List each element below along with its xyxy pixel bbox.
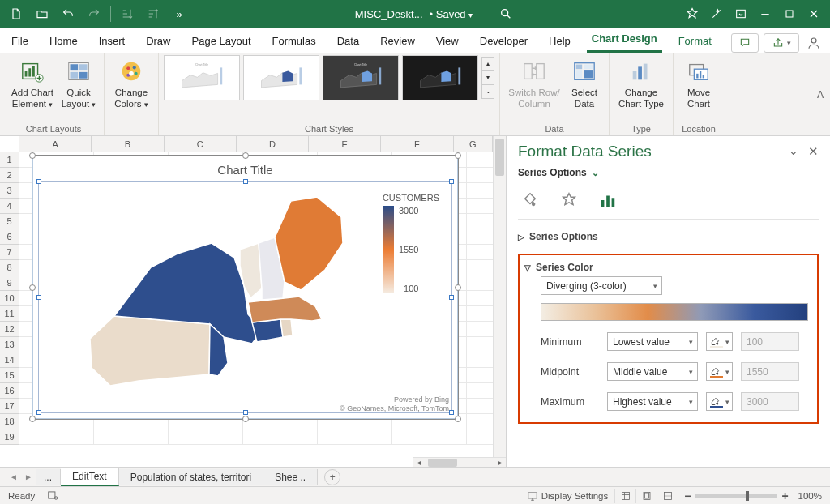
account-icon[interactable] [804, 36, 824, 50]
display-settings-button[interactable]: Display Settings [527, 490, 608, 502]
sheet-tab[interactable]: EditText [61, 468, 119, 486]
premium-icon[interactable] [681, 2, 704, 25]
max-value-input[interactable]: 3000 [741, 392, 799, 411]
effects-tab-icon[interactable] [557, 190, 581, 211]
chart-style-3[interactable]: Chart Title [323, 55, 399, 100]
tab-draw[interactable]: Draw [141, 29, 175, 53]
tab-developer[interactable]: Developer [475, 29, 533, 53]
wand-icon[interactable] [705, 2, 728, 25]
max-combo[interactable]: Highest value [607, 392, 698, 411]
series-options-tab-icon[interactable] [596, 190, 620, 211]
row-head[interactable]: 19 [0, 429, 19, 445]
min-combo[interactable]: Lowest value [607, 332, 698, 351]
row-head[interactable]: 12 [0, 322, 19, 337]
chart-legend[interactable]: CUSTOMERS 3000 1550 100 [383, 193, 439, 293]
new-file-icon[interactable] [5, 2, 28, 25]
share-button[interactable]: ▾ [764, 33, 799, 53]
tab-nav-prev[interactable]: ◄ [6, 472, 21, 481]
tab-help[interactable]: Help [544, 29, 575, 53]
row-head[interactable]: 7 [0, 245, 19, 260]
view-normal-icon[interactable] [614, 489, 635, 503]
row-head[interactable]: 14 [0, 352, 19, 368]
view-page-break-icon[interactable] [657, 489, 678, 503]
vertical-scrollbar[interactable] [493, 136, 506, 457]
row-head[interactable]: 17 [0, 399, 19, 414]
change-colors-button[interactable]: Change Colors ▾ [109, 55, 153, 118]
zoom-out-button[interactable]: − [684, 489, 691, 502]
undo-icon[interactable] [57, 2, 79, 25]
row-head[interactable]: 5 [0, 214, 19, 229]
row-head[interactable]: 3 [0, 183, 19, 199]
minimize-button[interactable] [754, 2, 777, 25]
col-head[interactable]: D [237, 136, 309, 152]
cell-grid[interactable]: Chart Title CUSTOMERS 3000 1550 100 [19, 152, 493, 457]
series-options-section[interactable]: ▷ Series Options [518, 228, 819, 246]
col-head[interactable]: C [165, 136, 237, 152]
fill-tab-icon[interactable] [518, 190, 542, 211]
column-headers[interactable]: A B C D E F G [19, 136, 493, 152]
move-chart-button[interactable]: Move Chart [678, 55, 719, 118]
maximize-button[interactable] [778, 2, 801, 25]
row-head[interactable]: 10 [0, 291, 19, 306]
row-head[interactable]: 8 [0, 260, 19, 275]
select-data-button[interactable]: Select Data [565, 55, 604, 118]
series-color-section[interactable]: ▽ Series Color [524, 258, 812, 276]
zoom-level[interactable]: 100% [798, 491, 822, 501]
tab-data[interactable]: Data [332, 29, 364, 53]
pane-close-icon[interactable]: ✕ [808, 144, 819, 159]
comments-button[interactable] [731, 33, 759, 53]
tab-home[interactable]: Home [45, 29, 83, 53]
chart-style-2[interactable] [243, 55, 319, 100]
collapse-ribbon-icon[interactable]: ᐱ [811, 89, 830, 100]
chart-style-1[interactable]: Chart Title [164, 55, 240, 100]
row-head[interactable]: 16 [0, 383, 19, 399]
sheet-tab[interactable]: Population of states, territori [119, 469, 263, 485]
tab-format[interactable]: Format [674, 29, 717, 53]
row-head[interactable]: 1 [0, 152, 19, 168]
gradient-preview[interactable] [541, 303, 808, 321]
row-head[interactable]: 2 [0, 168, 19, 183]
row-head[interactable]: 6 [0, 229, 19, 245]
chart-styles-gallery[interactable]: Chart Title Chart Title ▴▾⌄ [164, 55, 494, 100]
col-head[interactable]: G [454, 136, 494, 152]
tab-page-layout[interactable]: Page Layout [187, 29, 256, 53]
min-color-picker[interactable] [706, 332, 733, 351]
tab-formulas[interactable]: Formulas [267, 29, 321, 53]
worksheet[interactable]: A B C D E F G 1 2 3 4 5 6 7 8 9 10 11 12… [0, 136, 506, 467]
add-chart-element-button[interactable]: Add Chart Element ▾ [8, 55, 57, 118]
ribbon-mode-icon[interactable] [729, 2, 752, 25]
tab-review[interactable]: Review [375, 29, 420, 53]
mid-color-picker[interactable] [706, 362, 733, 381]
color-type-combo[interactable]: Diverging (3-color) [541, 276, 662, 295]
tab-insert[interactable]: Insert [94, 29, 130, 53]
row-head[interactable]: 18 [0, 414, 19, 429]
row-head[interactable]: 13 [0, 337, 19, 352]
chart-object[interactable]: Chart Title CUSTOMERS 3000 1550 100 [32, 156, 458, 419]
chart-styles-spinner[interactable]: ▴▾⌄ [481, 58, 494, 99]
row-head[interactable]: 4 [0, 199, 19, 214]
row-head[interactable]: 11 [0, 306, 19, 322]
chart-title[interactable]: Chart Title [33, 156, 457, 177]
redo-icon[interactable] [83, 2, 105, 25]
mid-value-input[interactable]: 1550 [741, 362, 799, 381]
row-head[interactable]: 15 [0, 368, 19, 383]
tab-view[interactable]: View [431, 29, 464, 53]
tab-file[interactable]: File [6, 29, 33, 53]
tab-nav-next[interactable]: ► [21, 472, 36, 481]
sort-desc-icon[interactable] [142, 2, 165, 25]
col-head[interactable]: E [309, 136, 381, 152]
add-sheet-button[interactable]: + [324, 469, 340, 485]
horizontal-scrollbar[interactable]: ◄► [413, 457, 506, 467]
tab-chart-design[interactable]: Chart Design [587, 27, 662, 53]
quick-layout-button[interactable]: Quick Layout ▾ [58, 55, 99, 118]
qat-overflow-icon[interactable]: » [168, 2, 190, 25]
change-chart-type-button[interactable]: Change Chart Type [614, 55, 668, 118]
pane-options-icon[interactable]: ⌄ [789, 144, 798, 159]
macro-record-icon[interactable] [46, 489, 59, 502]
sheet-tab[interactable]: Shee .. [263, 469, 318, 485]
col-head[interactable]: B [92, 136, 164, 152]
zoom-in-button[interactable]: + [781, 489, 788, 502]
save-status[interactable]: • Saved ▾ [430, 8, 473, 20]
open-file-icon[interactable] [31, 2, 53, 25]
series-options-dropdown[interactable]: Series Options ⌄ [518, 167, 819, 178]
